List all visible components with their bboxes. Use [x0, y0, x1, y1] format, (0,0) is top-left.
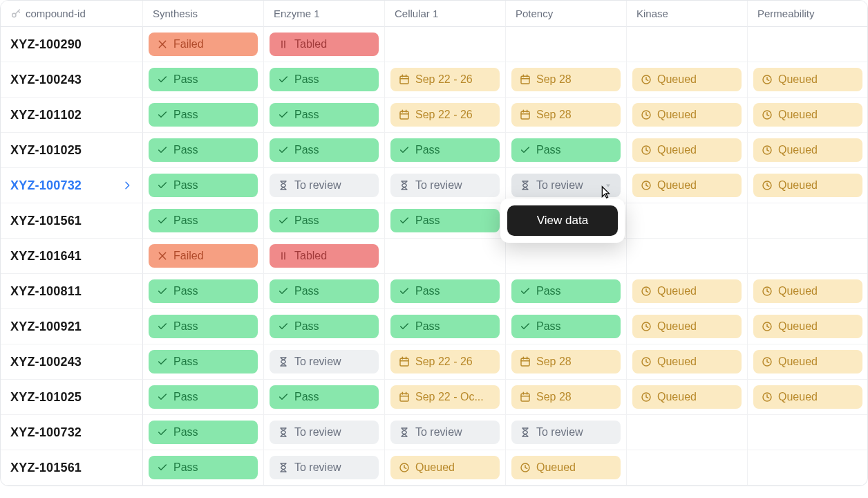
cell-potency[interactable]: To review	[506, 415, 627, 450]
compound-id-cell[interactable]: XYZ-101561	[1, 450, 143, 486]
cell-synthesis[interactable]: Pass	[143, 450, 264, 486]
cell-enzyme1[interactable]: To review	[264, 415, 385, 450]
compound-id-cell[interactable]: XYZ-101102	[1, 98, 143, 133]
cell-synthesis[interactable]: Pass	[143, 415, 264, 450]
status-pill-pass[interactable]: Pass	[390, 279, 500, 303]
cell-kinase[interactable]: Queued	[627, 168, 748, 203]
cell-kinase[interactable]: Queued	[627, 133, 748, 168]
status-pill-review[interactable]: To review	[270, 174, 379, 197]
compound-id-cell[interactable]: XYZ-100732	[1, 415, 143, 450]
cell-perm[interactable]: Queued	[748, 98, 868, 133]
status-pill-pass[interactable]: Pass	[149, 456, 258, 479]
status-pill-queued[interactable]: Queued	[753, 279, 862, 303]
column-header-enzyme1[interactable]: Enzyme 1	[264, 1, 385, 27]
cell-perm[interactable]: Queued	[748, 380, 868, 415]
status-pill-pass[interactable]: Pass	[270, 279, 379, 303]
status-pill-review[interactable]: To review	[390, 174, 500, 197]
cell-cellular1[interactable]: Pass	[385, 203, 506, 239]
compound-id-cell[interactable]: XYZ-101561	[1, 203, 143, 239]
cell-perm[interactable]: Queued	[748, 274, 868, 309]
cell-enzyme1[interactable]: Pass	[264, 133, 385, 168]
status-pill-queued[interactable]: Queued	[632, 350, 742, 374]
cell-kinase[interactable]: Queued	[627, 62, 748, 98]
status-pill-date[interactable]: Sep 22 - 26	[390, 68, 500, 91]
cell-synthesis[interactable]: Pass	[143, 309, 264, 344]
cell-synthesis[interactable]: Pass	[143, 98, 264, 133]
cell-potency[interactable]: Pass	[506, 274, 627, 309]
compound-id-cell[interactable]: XYZ-100243	[1, 344, 143, 380]
cell-enzyme1[interactable]: Pass	[264, 98, 385, 133]
cell-potency[interactable]: Sep 28	[506, 344, 627, 380]
status-pill-queued[interactable]: Queued	[632, 68, 742, 91]
status-pill-date[interactable]: Sep 28	[511, 350, 621, 374]
status-pill-pass[interactable]: Pass	[511, 279, 621, 303]
status-pill-queued[interactable]: Queued	[753, 315, 862, 338]
cell-enzyme1[interactable]: Pass	[264, 274, 385, 309]
cell-kinase[interactable]: Queued	[627, 274, 748, 309]
status-pill-date[interactable]: Sep 22 - Oc...	[390, 385, 500, 409]
compound-id-cell[interactable]: XYZ-100921	[1, 309, 143, 344]
cell-potency[interactable]: Pass	[506, 133, 627, 168]
cell-cellular1[interactable]: Sep 22 - Oc...	[385, 380, 506, 415]
cell-enzyme1[interactable]: To review	[264, 450, 385, 486]
cell-synthesis[interactable]: Failed	[143, 27, 264, 62]
compound-id-cell[interactable]: XYZ-100243	[1, 62, 143, 98]
status-pill-pass[interactable]: Pass	[270, 315, 379, 338]
status-pill-review[interactable]: To review	[270, 421, 379, 444]
cell-kinase[interactable]: Queued	[627, 380, 748, 415]
column-header-kinase[interactable]: Kinase	[627, 1, 748, 27]
status-pill-queued[interactable]: Queued	[753, 350, 862, 374]
column-header-synthesis[interactable]: Synthesis	[143, 1, 264, 27]
column-header-potency[interactable]: Potency	[506, 1, 627, 27]
status-pill-pass[interactable]: Pass	[390, 209, 500, 232]
cell-enzyme1[interactable]: To review	[264, 168, 385, 203]
cell-cellular1[interactable]: Sep 22 - 26	[385, 62, 506, 98]
cell-enzyme1[interactable]: Tabled	[264, 239, 385, 274]
cell-cellular1[interactable]: To review	[385, 415, 506, 450]
status-pill-pass[interactable]: Pass	[149, 279, 258, 303]
compound-id-cell[interactable]: XYZ-101025	[1, 380, 143, 415]
cell-enzyme1[interactable]: Pass	[264, 62, 385, 98]
cell-perm[interactable]: Queued	[748, 133, 868, 168]
cell-potency[interactable]: Queued	[506, 450, 627, 486]
cell-potency[interactable]: Sep 28	[506, 380, 627, 415]
compound-id-cell[interactable]: XYZ-100732	[1, 168, 143, 203]
status-pill-pass[interactable]: Pass	[270, 138, 379, 162]
status-pill-queued[interactable]: Queued	[753, 138, 862, 162]
status-pill-pass[interactable]: Pass	[390, 138, 500, 162]
cell-synthesis[interactable]: Pass	[143, 274, 264, 309]
cell-synthesis[interactable]: Pass	[143, 62, 264, 98]
cell-synthesis[interactable]: Pass	[143, 380, 264, 415]
status-pill-queued[interactable]: Queued	[511, 456, 621, 479]
view-data-button[interactable]: View data	[507, 205, 618, 236]
status-pill-review[interactable]: To review	[270, 456, 379, 479]
cell-cellular1[interactable]: Pass	[385, 309, 506, 344]
status-pill-queued[interactable]: Queued	[753, 68, 862, 91]
status-pill-queued[interactable]: Queued	[390, 456, 500, 479]
status-pill-pass[interactable]: Pass	[149, 350, 258, 374]
status-pill-pass[interactable]: Pass	[511, 138, 621, 162]
cell-kinase[interactable]: Queued	[627, 309, 748, 344]
status-pill-failed[interactable]: Failed	[149, 33, 258, 56]
cell-enzyme1[interactable]: Pass	[264, 309, 385, 344]
cell-perm[interactable]: Queued	[748, 344, 868, 380]
status-pill-date[interactable]: Sep 22 - 26	[390, 103, 500, 127]
status-pill-pass[interactable]: Pass	[149, 421, 258, 444]
status-pill-queued[interactable]: Queued	[632, 315, 742, 338]
cell-kinase[interactable]: Queued	[627, 344, 748, 380]
cell-perm[interactable]: Queued	[748, 168, 868, 203]
status-pill-pass[interactable]: Pass	[511, 315, 621, 338]
status-pill-tabled[interactable]: Tabled	[270, 33, 379, 56]
status-pill-tabled[interactable]: Tabled	[270, 244, 379, 268]
status-pill-review[interactable]: To review	[511, 421, 621, 444]
cell-enzyme1[interactable]: To review	[264, 344, 385, 380]
column-header-cellular1[interactable]: Cellular 1	[385, 1, 506, 27]
status-pill-pass[interactable]: Pass	[149, 385, 258, 409]
cell-perm[interactable]: Queued	[748, 62, 868, 98]
status-pill-pass[interactable]: Pass	[149, 138, 258, 162]
compound-id-cell[interactable]: XYZ-100290	[1, 27, 143, 62]
compound-id-cell[interactable]: XYZ-101025	[1, 133, 143, 168]
compound-id-cell[interactable]: XYZ-100811	[1, 274, 143, 309]
cell-kinase[interactable]: Queued	[627, 98, 748, 133]
status-pill-review[interactable]: To review	[511, 174, 621, 197]
